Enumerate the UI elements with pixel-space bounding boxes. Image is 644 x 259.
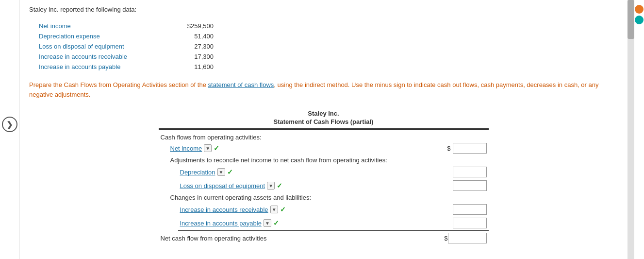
net-income-row: Net income ▼ ✓ $: [168, 143, 489, 154]
ar-check: ✓: [280, 206, 286, 213]
loss-disposal-check: ✓: [277, 182, 282, 190]
depreciation-label-area: Depreciation ▼ ✓: [180, 168, 451, 176]
ap-row: Increase in accounts payable ▼ ✓: [178, 218, 489, 231]
ap-dropdown[interactable]: ▼: [264, 219, 271, 227]
depreciation-check: ✓: [227, 168, 233, 176]
loss-disposal-label: Loss on disposal of equipment: [39, 43, 175, 50]
loss-disposal-statement-label[interactable]: Loss on disposal of equipment: [180, 182, 265, 190]
ap-label-area: Increase in accounts payable ▼ ✓: [180, 219, 451, 227]
ap-data-value: 11,600: [175, 63, 214, 70]
scrollbar[interactable]: [627, 0, 634, 259]
adjustments-label: Adjustments to reconcile net income to n…: [170, 156, 387, 164]
data-row-ar: Increase in accounts receivable 17,300: [39, 53, 618, 60]
instruction-text: Prepare the Cash Flows from Operating Ac…: [29, 80, 618, 101]
adjustments-row: Adjustments to reconcile net income to n…: [168, 156, 489, 164]
depreciation-statement-label[interactable]: Depreciation: [180, 169, 215, 176]
intro-description: Staley Inc. reported the following data:: [29, 5, 618, 15]
next-button[interactable]: ❯: [2, 117, 17, 132]
section-header-label: Cash flows from operating activities:: [161, 134, 262, 141]
loss-disposal-dropdown[interactable]: ▼: [267, 182, 275, 190]
net-cash-label-area: Net cash flow from operating activities: [161, 235, 445, 242]
ar-row: Increase in accounts receivable ▼ ✓: [178, 204, 489, 215]
loss-disposal-label-area: Loss on disposal of equipment ▼ ✓: [180, 182, 451, 190]
data-table: Net income $259,500 Depreciation expense…: [39, 22, 618, 70]
ar-input[interactable]: [453, 204, 487, 215]
ap-data-label: Increase in accounts payable: [39, 63, 175, 70]
net-cash-dollar: $: [444, 235, 447, 242]
depreciation-value: 51,400: [175, 33, 214, 40]
ar-data-value: 17,300: [175, 53, 214, 60]
loss-disposal-value: 27,300: [175, 43, 214, 50]
ap-check: ✓: [273, 219, 279, 227]
statement-container: Staley Inc. Statement of Cash Flows (par…: [159, 110, 489, 243]
net-income-label-area: Net income ▼ ✓: [170, 144, 447, 152]
data-row-loss-disposal: Loss on disposal of equipment 27,300: [39, 43, 618, 50]
right-btn-orange[interactable]: [635, 5, 644, 14]
depreciation-input[interactable]: [453, 167, 487, 177]
statement-link[interactable]: statement of cash flows: [208, 81, 274, 88]
data-row-depreciation: Depreciation expense 51,400: [39, 33, 618, 40]
net-income-value: $259,500: [175, 22, 214, 30]
ap-input[interactable]: [453, 218, 487, 228]
section-header-row: Cash flows from operating activities:: [159, 134, 489, 141]
right-panel: [634, 0, 644, 259]
net-income-label: Net income: [39, 22, 175, 30]
ar-statement-label[interactable]: Increase in accounts receivable: [180, 206, 268, 213]
changes-row: Changes in current operating assets and …: [168, 194, 489, 201]
loss-disposal-input[interactable]: [453, 180, 487, 191]
data-row-ap: Increase in accounts payable 11,600: [39, 63, 618, 70]
depreciation-label: Depreciation expense: [39, 33, 175, 40]
instruction-main: Prepare the Cash Flows from Operating Ac…: [29, 81, 208, 88]
left-navigation: ❯: [0, 0, 19, 259]
changes-label: Changes in current operating assets and …: [170, 194, 312, 201]
net-cash-input[interactable]: [448, 233, 487, 243]
loss-disposal-row: Loss on disposal of equipment ▼ ✓: [178, 180, 489, 191]
section-header-label-area: Cash flows from operating activities:: [161, 134, 487, 141]
right-btn-teal[interactable]: [635, 16, 644, 24]
net-cash-label: Net cash flow from operating activities: [161, 235, 267, 242]
data-row-net-income: Net income $259,500: [39, 22, 618, 30]
scrollbar-thumb[interactable]: [627, 0, 634, 39]
ar-label-area: Increase in accounts receivable ▼ ✓: [180, 206, 451, 213]
ar-data-label: Increase in accounts receivable: [39, 53, 175, 60]
depreciation-dropdown[interactable]: ▼: [217, 168, 225, 176]
ar-dropdown[interactable]: ▼: [270, 206, 278, 213]
net-income-statement-label[interactable]: Net income: [170, 145, 202, 152]
net-income-check: ✓: [214, 144, 219, 152]
statement-title: Statement of Cash Flows (partial): [159, 118, 489, 125]
ap-statement-label[interactable]: Increase in accounts payable: [180, 220, 262, 227]
main-content-area: Staley Inc. reported the following data:…: [19, 0, 627, 259]
depreciation-row: Depreciation ▼ ✓: [178, 167, 489, 177]
statement-company: Staley Inc.: [159, 110, 489, 117]
net-income-input[interactable]: [453, 143, 487, 154]
net-cash-row: Net cash flow from operating activities …: [159, 233, 489, 243]
statement-divider: [159, 128, 489, 130]
arrow-icon: ❯: [6, 120, 13, 129]
net-income-dollar: $: [447, 145, 450, 152]
net-income-dropdown[interactable]: ▼: [204, 144, 212, 152]
